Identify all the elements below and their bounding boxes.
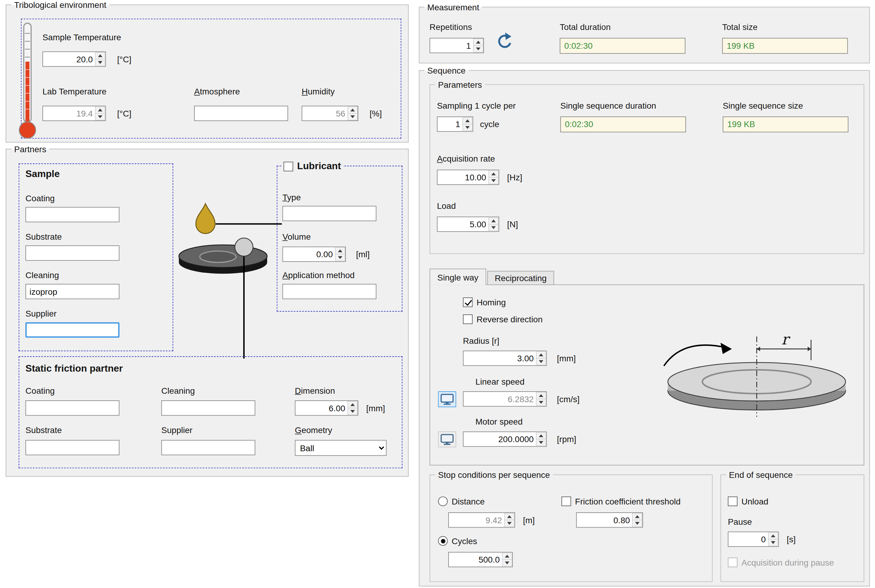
spin-up-button[interactable] bbox=[95, 52, 105, 59]
lubricant-section-title[interactable]: Lubricant bbox=[297, 161, 341, 172]
distance-radio[interactable] bbox=[438, 496, 448, 506]
spin-down-button[interactable] bbox=[768, 539, 779, 546]
radius-input[interactable] bbox=[463, 351, 536, 365]
spin-down-button[interactable] bbox=[347, 408, 358, 415]
spin-up-button[interactable] bbox=[463, 117, 473, 124]
cycles-radio-row[interactable]: Cycles bbox=[438, 536, 477, 546]
atmosphere-input[interactable] bbox=[194, 106, 288, 121]
spin-up-button[interactable] bbox=[502, 553, 513, 559]
spin-down-button[interactable] bbox=[504, 520, 514, 527]
measurement-title: Measurement bbox=[425, 2, 482, 13]
spin-up-button[interactable] bbox=[536, 432, 546, 439]
unload-checkbox-row[interactable]: Unload bbox=[728, 496, 768, 506]
geometry-select[interactable]: Ball bbox=[295, 440, 387, 456]
static-supplier-input[interactable] bbox=[161, 440, 255, 455]
spin-up-button[interactable] bbox=[489, 170, 499, 177]
spin-buttons bbox=[95, 106, 105, 120]
dimension-input[interactable] bbox=[295, 401, 347, 415]
lab-temperature-input[interactable] bbox=[43, 106, 95, 120]
homing-checkbox-row[interactable]: Homing bbox=[463, 297, 506, 307]
reverse-direction-checkbox-row[interactable]: Reverse direction bbox=[463, 314, 543, 324]
distance-radio-row[interactable]: Distance bbox=[438, 496, 485, 506]
partners-group: Partners Sample Coating Substrate Cleani… bbox=[6, 148, 409, 477]
repetitions-input[interactable] bbox=[430, 38, 473, 52]
homing-label[interactable]: Homing bbox=[477, 297, 506, 307]
spin-up-button[interactable] bbox=[347, 106, 358, 113]
unload-label[interactable]: Unload bbox=[741, 496, 768, 506]
down-arrow-icon bbox=[476, 48, 481, 50]
sample-temperature-input[interactable] bbox=[43, 52, 95, 66]
spin-down-button[interactable] bbox=[489, 224, 499, 231]
tab-reciprocating[interactable]: Reciprocating bbox=[487, 271, 554, 285]
humidity-input[interactable] bbox=[302, 106, 347, 120]
spin-up-button[interactable] bbox=[347, 401, 358, 408]
sample-substrate-input[interactable] bbox=[26, 245, 119, 261]
acquisition-during-pause-checkbox[interactable] bbox=[728, 558, 738, 567]
spin-down-button[interactable] bbox=[536, 399, 546, 406]
pause-input[interactable] bbox=[728, 532, 768, 546]
friction-threshold-input[interactable] bbox=[577, 513, 632, 527]
spin-buttons bbox=[536, 351, 546, 365]
cycles-input[interactable] bbox=[449, 553, 502, 567]
sample-supplier-input[interactable] bbox=[26, 322, 119, 338]
sampling-input[interactable] bbox=[438, 117, 462, 131]
linear-speed-display-button[interactable] bbox=[438, 391, 456, 407]
static-coating-input[interactable] bbox=[26, 400, 119, 416]
rotating-disc-illustration: r bbox=[659, 327, 863, 424]
reverse-direction-checkbox[interactable] bbox=[463, 314, 473, 324]
spin-up-button[interactable] bbox=[95, 106, 105, 113]
linear-speed-input[interactable] bbox=[463, 392, 536, 406]
lubricant-checkbox[interactable] bbox=[284, 162, 293, 171]
spin-up-button[interactable] bbox=[536, 392, 546, 399]
spin-down-button[interactable] bbox=[347, 113, 358, 120]
static-substrate-input[interactable] bbox=[26, 440, 119, 455]
cycles-radio[interactable] bbox=[438, 536, 448, 546]
spin-down-button[interactable] bbox=[489, 177, 499, 184]
unload-checkbox[interactable] bbox=[728, 496, 738, 506]
friction-threshold-checkbox-row[interactable]: Friction coefficient threshold bbox=[562, 496, 681, 506]
spin-up-button[interactable] bbox=[473, 38, 483, 45]
spin-up-button[interactable] bbox=[536, 351, 546, 358]
repetitions-label: Repetitions bbox=[430, 22, 472, 32]
down-arrow-icon bbox=[771, 541, 775, 544]
tab-single-way[interactable]: Single way bbox=[430, 269, 486, 285]
application-method-input[interactable] bbox=[282, 284, 376, 299]
static-cleaning-input[interactable] bbox=[161, 400, 255, 416]
spin-down-button[interactable] bbox=[632, 520, 642, 527]
spin-down-button[interactable] bbox=[536, 439, 546, 446]
dimension-label: Dimension bbox=[295, 386, 335, 395]
spin-down-button[interactable] bbox=[536, 358, 546, 365]
reverse-direction-label[interactable]: Reverse direction bbox=[477, 314, 543, 324]
spin-up-button[interactable] bbox=[632, 513, 642, 520]
acquisition-during-pause-checkbox-row[interactable]: Acquisition during pause bbox=[728, 558, 834, 567]
cycles-label[interactable]: Cycles bbox=[452, 536, 477, 546]
motor-speed-input[interactable] bbox=[463, 432, 536, 446]
spin-down-button[interactable] bbox=[473, 45, 483, 52]
sample-coating-input[interactable] bbox=[26, 207, 119, 222]
radius-unit: [mm] bbox=[557, 354, 576, 363]
load-input[interactable] bbox=[438, 217, 488, 231]
spin-down-button[interactable] bbox=[335, 254, 345, 261]
motor-speed-display-button[interactable] bbox=[438, 432, 456, 447]
distance-input[interactable] bbox=[449, 513, 504, 527]
lubricant-type-input[interactable] bbox=[282, 206, 376, 221]
distance-label[interactable]: Distance bbox=[452, 496, 485, 506]
friction-threshold-label[interactable]: Friction coefficient threshold bbox=[575, 496, 681, 506]
sample-cleaning-input[interactable] bbox=[26, 284, 119, 299]
lubricant-checkbox-row[interactable]: Lubricant bbox=[281, 161, 343, 172]
spin-down-button[interactable] bbox=[502, 559, 513, 567]
spin-up-button[interactable] bbox=[768, 532, 779, 538]
refresh-icon[interactable] bbox=[496, 32, 513, 52]
spin-down-button[interactable] bbox=[463, 124, 473, 131]
spin-down-button[interactable] bbox=[95, 59, 105, 66]
homing-checkbox[interactable] bbox=[463, 297, 473, 307]
spin-down-button[interactable] bbox=[95, 113, 105, 120]
down-arrow-icon bbox=[539, 360, 543, 363]
acquisition-rate-input[interactable] bbox=[438, 170, 488, 184]
friction-threshold-checkbox[interactable] bbox=[562, 496, 571, 506]
lubricant-volume-input[interactable] bbox=[283, 247, 335, 261]
spin-up-button[interactable] bbox=[504, 513, 514, 520]
spin-up-button[interactable] bbox=[489, 217, 499, 224]
acquisition-during-pause-label: Acquisition during pause bbox=[741, 558, 834, 567]
spin-up-button[interactable] bbox=[335, 247, 345, 254]
